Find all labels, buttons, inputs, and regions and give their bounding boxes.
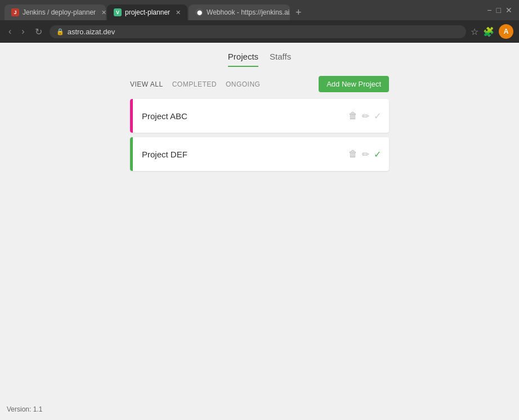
project-actions-abc: 🗑 ✏ ✓ (348, 111, 389, 121)
edit-icon-def[interactable]: ✏ (362, 149, 369, 160)
tab-favicon-webhook: ⬤ (195, 8, 203, 16)
maximize-button[interactable]: □ (496, 6, 501, 15)
tab-label-project-planner: project-planner (125, 8, 170, 16)
tab-close-project-planner[interactable]: ✕ (176, 9, 181, 16)
tab-label-jenkins: Jenkins / deploy-planner (23, 8, 96, 16)
tab-favicon-project-planner: V (114, 8, 122, 16)
new-tab-button[interactable]: + (291, 7, 306, 19)
profile-button[interactable]: A (499, 24, 513, 39)
version-label: Version: 1.1 (7, 405, 42, 413)
add-new-project-button[interactable]: Add New Project (319, 76, 389, 92)
complete-icon-def[interactable]: ✓ (374, 149, 381, 160)
tab-projects[interactable]: Projects (228, 52, 258, 67)
browser-chrome: J Jenkins / deploy-planner ✕ V project-p… (0, 0, 519, 43)
tab-label-webhook: Webhook - https://jenkins.aiza... (207, 8, 290, 16)
nav-bar: ‹ › ↻ 🔒 astro.aizat.dev ☆ 🧩 A (0, 20, 519, 43)
address-bar[interactable]: 🔒 astro.aizat.dev (50, 25, 466, 38)
project-card-def: Project DEF 🗑 ✏ ✓ (130, 137, 389, 171)
delete-icon-def[interactable]: 🗑 (348, 149, 357, 159)
lock-icon: 🔒 (56, 28, 64, 35)
back-button[interactable]: ‹ (6, 25, 14, 38)
forward-button[interactable]: › (19, 25, 27, 38)
tab-staffs[interactable]: Staffs (270, 52, 291, 67)
project-card-abc: Project ABC 🗑 ✏ ✓ (130, 99, 389, 133)
filter-left: VIEW ALL COMPLETED ONGOING (130, 80, 260, 88)
project-list: Project ABC 🗑 ✏ ✓ Project DEF 🗑 ✏ ✓ (130, 99, 389, 171)
minimize-button[interactable]: − (487, 6, 491, 15)
filter-view-all[interactable]: VIEW ALL (130, 80, 163, 88)
project-name-abc: Project ABC (133, 111, 348, 121)
project-actions-def: 🗑 ✏ ✓ (348, 149, 389, 160)
complete-icon-abc[interactable]: ✓ (374, 111, 381, 121)
tab-webhook[interactable]: ⬤ Webhook - https://jenkins.aiza... ✕ (189, 4, 290, 20)
filter-bar: VIEW ALL COMPLETED ONGOING Add New Proje… (130, 67, 389, 99)
delete-icon-abc[interactable]: 🗑 (348, 111, 357, 121)
tab-bar: J Jenkins / deploy-planner ✕ V project-p… (0, 0, 519, 20)
tab-favicon-jenkins: J (11, 8, 19, 16)
filter-completed[interactable]: COMPLETED (172, 80, 217, 88)
project-name-def: Project DEF (133, 150, 348, 159)
filter-ongoing[interactable]: ONGOING (226, 80, 261, 88)
tab-project-planner[interactable]: V project-planner ✕ (107, 4, 187, 20)
nav-actions: ☆ 🧩 A (471, 24, 513, 39)
reload-button[interactable]: ↻ (32, 25, 45, 38)
app-content: Projects Staffs VIEW ALL COMPLETED ONGOI… (0, 43, 519, 420)
edit-icon-abc[interactable]: ✏ (362, 111, 369, 121)
window-controls: − □ ✕ (487, 6, 512, 15)
tab-close-jenkins[interactable]: ✕ (101, 9, 106, 16)
address-text: astro.aizat.dev (68, 28, 115, 36)
bookmark-button[interactable]: ☆ (471, 26, 478, 37)
extensions-button[interactable]: 🧩 (483, 26, 494, 37)
nav-tabs: Projects Staffs (0, 43, 519, 67)
tab-jenkins[interactable]: J Jenkins / deploy-planner ✕ (5, 4, 106, 20)
close-button[interactable]: ✕ (505, 6, 512, 15)
